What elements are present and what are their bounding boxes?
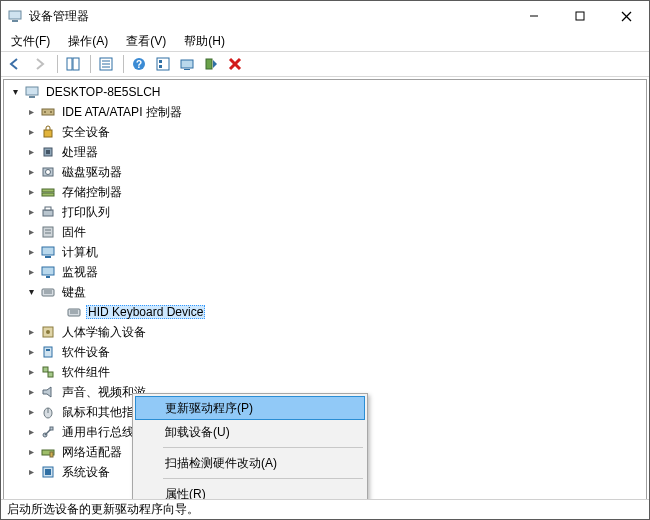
device-tree[interactable]: ▾ DESKTOP-8E5SLCH ▸ IDE ATA/ATAPI 控制器 ▸ … xyxy=(3,79,647,499)
tree-node[interactable]: ▸ 磁盘驱动器 xyxy=(24,162,646,182)
toolbar: ? xyxy=(1,51,649,77)
tree-node-label: 软件组件 xyxy=(60,365,112,379)
chevron-right-icon[interactable]: ▸ xyxy=(24,125,38,139)
tree-node-label: 网络适配器 xyxy=(60,445,124,459)
console-tree-button[interactable] xyxy=(152,53,174,75)
tree-node[interactable]: ▸ 软件设备 xyxy=(24,342,646,362)
chevron-right-icon[interactable]: ▸ xyxy=(24,465,38,479)
tree-node[interactable]: ▸ 处理器 xyxy=(24,142,646,162)
back-button[interactable] xyxy=(5,53,27,75)
chevron-right-icon[interactable]: ▸ xyxy=(24,145,38,159)
ctx-separator xyxy=(163,447,363,448)
svg-rect-14 xyxy=(157,58,169,70)
tree-node-selected[interactable]: HID Keyboard Device xyxy=(50,302,646,322)
svg-rect-34 xyxy=(43,210,53,216)
chevron-right-icon[interactable]: ▸ xyxy=(24,185,38,199)
tree-root-label: DESKTOP-8E5SLCH xyxy=(44,85,163,99)
maximize-button[interactable] xyxy=(557,1,603,31)
hid-icon xyxy=(40,324,56,340)
storage-controller-icon xyxy=(40,184,56,200)
ctx-update-driver-label: 更新驱动程序(P) xyxy=(165,400,253,417)
tree-node-label: 处理器 xyxy=(60,145,100,159)
tree-node-label: 键盘 xyxy=(60,285,88,299)
chevron-right-icon[interactable]: ▸ xyxy=(24,265,38,279)
scan-hardware-button[interactable] xyxy=(200,53,222,75)
chevron-right-icon[interactable]: ▸ xyxy=(24,325,38,339)
tree-node[interactable]: ▸ 打印队列 xyxy=(24,202,646,222)
ctx-scan-hardware[interactable]: 扫描检测硬件改动(A) xyxy=(135,451,365,475)
ctx-uninstall-device[interactable]: 卸载设备(U) xyxy=(135,420,365,444)
close-button[interactable] xyxy=(603,1,649,31)
svg-rect-35 xyxy=(45,207,51,210)
print-queue-icon xyxy=(40,204,56,220)
status-text: 启动所选设备的更新驱动程序向导。 xyxy=(7,501,199,518)
chevron-right-icon[interactable]: ▸ xyxy=(24,405,38,419)
chevron-right-icon[interactable]: ▸ xyxy=(24,425,38,439)
keyboard-device-icon xyxy=(66,304,82,320)
uninstall-device-button[interactable] xyxy=(224,53,246,75)
svg-rect-17 xyxy=(181,60,193,68)
tree-node[interactable]: ▾ 键盘 xyxy=(24,282,646,302)
chevron-right-icon[interactable]: ▸ xyxy=(24,445,38,459)
svg-rect-29 xyxy=(46,150,50,154)
svg-rect-60 xyxy=(50,452,53,457)
chevron-right-icon[interactable]: ▸ xyxy=(24,365,38,379)
ctx-properties[interactable]: 属性(R) xyxy=(135,482,365,499)
tree-node[interactable]: ▸ 固件 xyxy=(24,222,646,242)
tree-node[interactable]: ▸ 软件组件 xyxy=(24,362,646,382)
update-driver-button[interactable] xyxy=(176,53,198,75)
tree-node[interactable]: ▸ 监视器 xyxy=(24,262,646,282)
svg-point-50 xyxy=(46,330,50,334)
svg-rect-7 xyxy=(73,58,79,70)
tree-node[interactable]: ▸ IDE ATA/ATAPI 控制器 xyxy=(24,102,646,122)
tree-node[interactable]: ▸ 安全设备 xyxy=(24,122,646,142)
svg-rect-22 xyxy=(26,87,38,95)
menu-action[interactable]: 操作(A) xyxy=(62,32,114,51)
forward-button[interactable] xyxy=(29,53,51,75)
svg-point-31 xyxy=(46,170,51,175)
svg-rect-62 xyxy=(45,469,51,475)
chevron-right-icon[interactable]: ▸ xyxy=(24,245,38,259)
tree-node[interactable]: ▸ 计算机 xyxy=(24,242,646,262)
chevron-right-icon[interactable]: ▸ xyxy=(24,225,38,239)
properties-button[interactable] xyxy=(95,53,117,75)
svg-rect-27 xyxy=(44,130,52,137)
tree-node-label: HID Keyboard Device xyxy=(86,305,205,319)
chevron-right-icon[interactable]: ▸ xyxy=(24,205,38,219)
tree-node[interactable]: ▸ 存储控制器 xyxy=(24,182,646,202)
context-menu: 更新驱动程序(P) 卸载设备(U) 扫描检测硬件改动(A) 属性(R) xyxy=(132,393,368,499)
ctx-update-driver[interactable]: 更新驱动程序(P) xyxy=(135,396,365,420)
disk-drive-icon xyxy=(40,164,56,180)
sound-video-game-icon xyxy=(40,384,56,400)
computer-icon xyxy=(40,244,56,260)
menu-file[interactable]: 文件(F) xyxy=(5,32,56,51)
svg-rect-15 xyxy=(159,60,162,63)
tree-root[interactable]: ▾ DESKTOP-8E5SLCH xyxy=(8,82,646,102)
toolbar-separator xyxy=(57,55,58,73)
chevron-right-icon[interactable]: ▸ xyxy=(24,385,38,399)
minimize-button[interactable] xyxy=(511,1,557,31)
svg-rect-33 xyxy=(42,193,54,196)
show-hide-tree-button[interactable] xyxy=(62,53,84,75)
menu-view[interactable]: 查看(V) xyxy=(120,32,172,51)
root-computer-icon xyxy=(24,84,40,100)
chevron-right-icon[interactable]: ▸ xyxy=(24,105,38,119)
svg-rect-24 xyxy=(42,109,54,115)
chevron-right-icon[interactable]: ▸ xyxy=(24,165,38,179)
monitor-device-icon xyxy=(40,264,56,280)
svg-rect-16 xyxy=(159,65,162,68)
help-button[interactable]: ? xyxy=(128,53,150,75)
mouse-icon xyxy=(40,404,56,420)
chevron-down-icon[interactable]: ▾ xyxy=(8,85,22,99)
tree-node-label: 监视器 xyxy=(60,265,100,279)
svg-rect-3 xyxy=(576,12,584,20)
tree-node[interactable]: ▸ 人体学输入设备 xyxy=(24,322,646,342)
chevron-right-icon[interactable]: ▸ xyxy=(24,345,38,359)
menu-help[interactable]: 帮助(H) xyxy=(178,32,231,51)
svg-rect-19 xyxy=(206,59,212,69)
toolbar-separator xyxy=(90,55,91,73)
svg-rect-53 xyxy=(43,367,48,372)
chevron-down-icon[interactable]: ▾ xyxy=(24,285,38,299)
svg-rect-36 xyxy=(43,227,53,237)
system-device-icon xyxy=(40,464,56,480)
